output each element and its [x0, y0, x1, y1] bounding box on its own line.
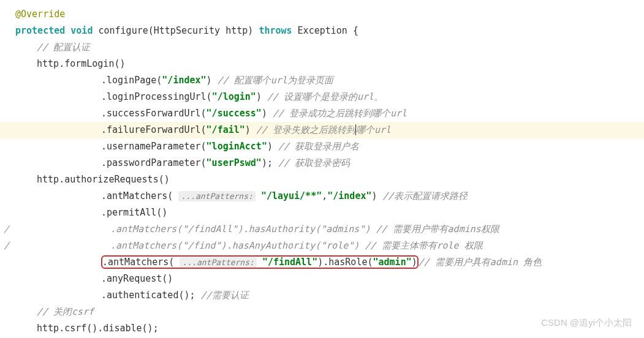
inline-param-hint: ...antPatterns:: [178, 191, 255, 201]
gutter-slash-icon: /: [4, 221, 9, 238]
text-caret: [355, 124, 356, 135]
comma: ,: [322, 190, 327, 201]
close-paren: ): [256, 91, 262, 102]
highlighted-box: .antMatchers( ...antPatterns: "/findAll"…: [101, 255, 419, 269]
var-http: http: [37, 323, 59, 334]
comment: //表示配置请求路径: [383, 190, 468, 201]
close-paren-semi: );: [262, 157, 273, 168]
code-line[interactable]: .anyRequest(): [0, 271, 644, 287]
comment: // 获取登录用户名: [278, 141, 359, 152]
code-line[interactable]: .usernameParameter("loginAcct") // 获取登录用…: [0, 138, 644, 155]
method-name: configure: [98, 25, 148, 36]
code-line[interactable]: .authenticated(); //需要认证: [0, 287, 644, 304]
comment: // 设置哪个是登录的url。: [267, 91, 383, 102]
method-call: .anyRequest(): [101, 273, 173, 284]
keyword-throws: throws: [259, 25, 292, 36]
comment: //需要认证: [201, 290, 249, 301]
code-editor[interactable]: @Override protected void configure(HttpS…: [0, 6, 644, 337]
comment: // 获取登录密码: [278, 157, 350, 168]
param-type: HttpSecurity: [154, 25, 220, 36]
method-call: .authenticated();: [101, 290, 195, 301]
string-literal: "/success": [206, 108, 262, 119]
comment: // 配置认证: [37, 42, 90, 53]
gutter-slash-icon: /: [4, 238, 9, 254]
comment: // 需要用户具有admin 角色: [419, 257, 542, 268]
var-http: http: [37, 58, 59, 69]
code-line[interactable]: protected void configure(HttpSecurity ht…: [0, 23, 644, 39]
code-line[interactable]: .antMatchers( ...antPatterns: "/layui/**…: [0, 188, 644, 205]
annotation: @Override: [15, 9, 65, 20]
code-line[interactable]: http.formLogin(): [0, 56, 644, 72]
string-literal: "/findAll": [262, 257, 317, 268]
code-line-highlighted[interactable]: .failureForwardUrl("/fail") // 登录失败之后跳转到…: [0, 122, 644, 138]
close-paren: ): [412, 257, 417, 268]
watermark-text: CSDN @追yi个小太阳: [541, 314, 632, 331]
keyword-void: void: [70, 25, 93, 36]
string-literal: "/layui/**": [261, 190, 322, 201]
string-literal: "admin": [373, 257, 412, 268]
method-call: .authorizeRequests(): [59, 174, 170, 185]
code-line[interactable]: .successForwardUrl("/success") // 登录成功之后…: [0, 105, 644, 122]
comment: // 配置哪个url为登录页面: [218, 75, 333, 86]
method-call: .formLogin(): [59, 58, 125, 69]
method-call: .antMatchers(: [101, 190, 173, 201]
close-paren: ): [262, 108, 267, 119]
code-line[interactable]: .permitAll(): [0, 205, 644, 221]
method-chain: ).hasRole(: [317, 257, 373, 268]
var-http: http: [37, 174, 59, 185]
comment: // 登录失败之后跳转到: [256, 124, 355, 135]
code-line-commented[interactable]: / .antMatchers("/findAll").hasAuthority(…: [0, 221, 644, 238]
comment: // 关闭csrf: [37, 306, 94, 317]
method-call: .failureForwardUrl(: [101, 124, 206, 135]
comment: // 需要主体带有role 权限: [365, 240, 482, 251]
comment: // 登录成功之后跳转到哪个url: [273, 108, 407, 119]
code-line[interactable]: .loginPage("/index") // 配置哪个url为登录页面: [0, 72, 644, 89]
code-line-commented[interactable]: / .antMatchers("/find").hasAnyAuthority(…: [0, 238, 644, 254]
string-literal: "/login": [212, 91, 256, 102]
code-line[interactable]: .passwordParameter("userPswd"); // 获取登录密…: [0, 155, 644, 171]
param-name: http: [225, 25, 248, 36]
string-literal: "/index": [162, 75, 206, 86]
close-paren: ): [206, 75, 212, 86]
code-line[interactable]: .loginProcessingUrl("/login") // 设置哪个是登录…: [0, 89, 644, 105]
keyword-protected: protected: [15, 25, 65, 36]
string-literal: "userPswd": [206, 157, 262, 168]
code-line[interactable]: .antMatchers( ...antPatterns: "/findAll"…: [0, 254, 644, 271]
method-call: .passwordParameter(: [101, 157, 206, 168]
method-call: .loginProcessingUrl(: [101, 91, 212, 102]
method-call: .usernameParameter(: [101, 141, 206, 152]
comment: 哪个url: [356, 124, 391, 135]
close-paren: ): [245, 124, 251, 135]
comment: // 需要用户带有admins权限: [376, 223, 499, 235]
code-line[interactable]: // 配置认证: [0, 39, 644, 56]
method-call: .csrf().disable();: [59, 323, 159, 334]
code-line[interactable]: @Override: [0, 6, 644, 23]
commented-code: .antMatchers("/find").hasAnyAuthority("r…: [110, 240, 359, 251]
open-brace: {: [353, 25, 358, 36]
method-call: .antMatchers(: [102, 257, 174, 268]
exception-type: Exception: [298, 25, 347, 36]
method-call: .successForwardUrl(: [101, 108, 206, 119]
string-literal: "/fail": [206, 124, 245, 135]
string-literal: "/index": [327, 190, 371, 201]
code-line[interactable]: http.authorizeRequests(): [0, 171, 644, 188]
inline-param-hint: ...antPatterns:: [180, 257, 256, 268]
method-call: .permitAll(): [101, 207, 167, 218]
commented-code: .antMatchers("/findAll").hasAuthority("a…: [110, 223, 370, 235]
method-call: .loginPage(: [101, 75, 162, 86]
string-literal: "loginAcct": [206, 141, 267, 152]
close-paren: ): [372, 190, 377, 201]
close-paren: ): [267, 141, 273, 152]
